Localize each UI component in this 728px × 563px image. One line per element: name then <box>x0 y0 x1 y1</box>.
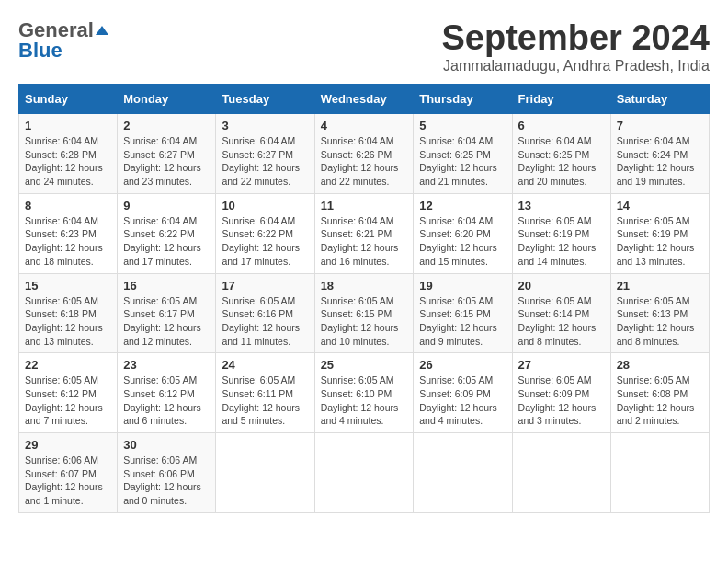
day-info: Sunrise: 6:05 AMSunset: 6:13 PMDaylight:… <box>617 295 695 347</box>
day-number: 19 <box>419 279 506 293</box>
day-number: 20 <box>518 279 605 293</box>
table-row: 11 Sunrise: 6:04 AMSunset: 6:21 PMDaylig… <box>314 193 414 273</box>
day-number: 16 <box>123 279 210 293</box>
table-row: 20 Sunrise: 6:05 AMSunset: 6:14 PMDaylig… <box>512 273 610 353</box>
day-info: Sunrise: 6:04 AMSunset: 6:23 PMDaylight:… <box>25 215 103 267</box>
day-number: 7 <box>617 119 703 132</box>
table-row: 22 Sunrise: 6:05 AMSunset: 6:12 PMDaylig… <box>19 353 118 433</box>
day-info: Sunrise: 6:06 AMSunset: 6:07 PMDaylight:… <box>25 454 103 506</box>
table-row: 10 Sunrise: 6:04 AMSunset: 6:22 PMDaylig… <box>216 193 314 273</box>
day-info: Sunrise: 6:04 AMSunset: 6:27 PMDaylight:… <box>222 135 300 187</box>
table-row: 16 Sunrise: 6:05 AMSunset: 6:17 PMDaylig… <box>118 273 216 353</box>
header-tuesday: Tuesday <box>216 85 314 114</box>
day-number: 8 <box>25 199 111 213</box>
calendar-week-row: 29 Sunrise: 6:06 AMSunset: 6:07 PMDaylig… <box>19 433 710 513</box>
table-row: 26 Sunrise: 6:05 AMSunset: 6:09 PMDaylig… <box>414 353 512 433</box>
day-number: 5 <box>419 119 506 132</box>
day-number: 10 <box>222 199 308 213</box>
day-number: 14 <box>617 199 703 213</box>
day-info: Sunrise: 6:05 AMSunset: 6:12 PMDaylight:… <box>25 374 103 426</box>
empty-cell <box>610 433 709 513</box>
calendar-week-row: 22 Sunrise: 6:05 AMSunset: 6:12 PMDaylig… <box>19 353 710 433</box>
day-number: 15 <box>25 279 111 293</box>
day-info: Sunrise: 6:04 AMSunset: 6:24 PMDaylight:… <box>617 135 695 187</box>
day-number: 24 <box>222 358 308 372</box>
day-number: 25 <box>321 358 408 372</box>
table-row: 3 Sunrise: 6:04 AMSunset: 6:27 PMDayligh… <box>216 114 314 194</box>
table-row: 28 Sunrise: 6:05 AMSunset: 6:08 PMDaylig… <box>610 353 709 433</box>
table-row: 14 Sunrise: 6:05 AMSunset: 6:19 PMDaylig… <box>610 193 709 273</box>
table-row: 29 Sunrise: 6:06 AMSunset: 6:07 PMDaylig… <box>19 433 118 513</box>
day-number: 1 <box>25 119 111 132</box>
day-number: 21 <box>617 279 703 293</box>
calendar-week-row: 1 Sunrise: 6:04 AMSunset: 6:28 PMDayligh… <box>19 114 710 194</box>
day-info: Sunrise: 6:04 AMSunset: 6:21 PMDaylight:… <box>321 215 399 267</box>
month-title: September 2024 <box>442 18 711 58</box>
day-info: Sunrise: 6:04 AMSunset: 6:25 PMDaylight:… <box>419 135 497 187</box>
logo: General Blue <box>18 18 108 63</box>
day-info: Sunrise: 6:05 AMSunset: 6:10 PMDaylight:… <box>321 374 399 426</box>
empty-cell <box>414 433 512 513</box>
day-number: 22 <box>25 358 111 372</box>
day-info: Sunrise: 6:06 AMSunset: 6:06 PMDaylight:… <box>123 454 201 506</box>
table-row: 27 Sunrise: 6:05 AMSunset: 6:09 PMDaylig… <box>512 353 610 433</box>
day-number: 29 <box>25 438 111 452</box>
table-row: 4 Sunrise: 6:04 AMSunset: 6:26 PMDayligh… <box>314 114 414 194</box>
day-info: Sunrise: 6:05 AMSunset: 6:09 PMDaylight:… <box>419 374 497 426</box>
table-row: 18 Sunrise: 6:05 AMSunset: 6:15 PMDaylig… <box>314 273 414 353</box>
day-number: 30 <box>123 438 210 452</box>
day-info: Sunrise: 6:05 AMSunset: 6:14 PMDaylight:… <box>518 295 597 347</box>
day-number: 23 <box>123 358 210 372</box>
day-info: Sunrise: 6:05 AMSunset: 6:16 PMDaylight:… <box>222 295 300 347</box>
day-info: Sunrise: 6:04 AMSunset: 6:28 PMDaylight:… <box>25 135 103 187</box>
table-row: 8 Sunrise: 6:04 AMSunset: 6:23 PMDayligh… <box>19 193 118 273</box>
table-row: 1 Sunrise: 6:04 AMSunset: 6:28 PMDayligh… <box>19 114 118 194</box>
table-row: 24 Sunrise: 6:05 AMSunset: 6:11 PMDaylig… <box>216 353 314 433</box>
location-subtitle: Jammalamadugu, Andhra Pradesh, India <box>442 58 711 75</box>
header-saturday: Saturday <box>610 85 709 114</box>
header-wednesday: Wednesday <box>314 85 414 114</box>
day-number: 12 <box>419 199 506 213</box>
table-row: 6 Sunrise: 6:04 AMSunset: 6:25 PMDayligh… <box>512 114 610 194</box>
day-info: Sunrise: 6:04 AMSunset: 6:20 PMDaylight:… <box>419 215 497 267</box>
svg-marker-0 <box>96 26 108 35</box>
logo-blue: Blue <box>18 39 63 63</box>
day-info: Sunrise: 6:04 AMSunset: 6:22 PMDaylight:… <box>222 215 300 267</box>
header-sunday: Sunday <box>19 85 118 114</box>
table-row: 2 Sunrise: 6:04 AMSunset: 6:27 PMDayligh… <box>118 114 216 194</box>
day-info: Sunrise: 6:05 AMSunset: 6:12 PMDaylight:… <box>123 374 201 426</box>
day-info: Sunrise: 6:04 AMSunset: 6:22 PMDaylight:… <box>123 215 201 267</box>
day-number: 9 <box>123 199 210 213</box>
calendar-table: Sunday Monday Tuesday Wednesday Thursday… <box>18 84 710 513</box>
day-number: 13 <box>518 199 605 213</box>
calendar-week-row: 8 Sunrise: 6:04 AMSunset: 6:23 PMDayligh… <box>19 193 710 273</box>
day-number: 3 <box>222 119 308 132</box>
day-info: Sunrise: 6:05 AMSunset: 6:08 PMDaylight:… <box>617 374 695 426</box>
day-info: Sunrise: 6:05 AMSunset: 6:15 PMDaylight:… <box>321 295 399 347</box>
day-info: Sunrise: 6:05 AMSunset: 6:18 PMDaylight:… <box>25 295 103 347</box>
empty-cell <box>216 433 314 513</box>
day-number: 4 <box>321 119 408 132</box>
header-friday: Friday <box>512 85 610 114</box>
empty-cell <box>314 433 414 513</box>
day-info: Sunrise: 6:05 AMSunset: 6:19 PMDaylight:… <box>518 215 597 267</box>
calendar-header-row: Sunday Monday Tuesday Wednesday Thursday… <box>19 85 710 114</box>
header-monday: Monday <box>118 85 216 114</box>
table-row: 5 Sunrise: 6:04 AMSunset: 6:25 PMDayligh… <box>414 114 512 194</box>
day-info: Sunrise: 6:04 AMSunset: 6:27 PMDaylight:… <box>123 135 201 187</box>
table-row: 23 Sunrise: 6:05 AMSunset: 6:12 PMDaylig… <box>118 353 216 433</box>
table-row: 7 Sunrise: 6:04 AMSunset: 6:24 PMDayligh… <box>610 114 709 194</box>
header-thursday: Thursday <box>414 85 512 114</box>
day-info: Sunrise: 6:04 AMSunset: 6:25 PMDaylight:… <box>518 135 597 187</box>
day-number: 27 <box>518 358 605 372</box>
day-info: Sunrise: 6:05 AMSunset: 6:09 PMDaylight:… <box>518 374 597 426</box>
day-number: 17 <box>222 279 308 293</box>
table-row: 12 Sunrise: 6:04 AMSunset: 6:20 PMDaylig… <box>414 193 512 273</box>
day-number: 26 <box>419 358 506 372</box>
table-row: 21 Sunrise: 6:05 AMSunset: 6:13 PMDaylig… <box>610 273 709 353</box>
day-info: Sunrise: 6:05 AMSunset: 6:15 PMDaylight:… <box>419 295 497 347</box>
day-info: Sunrise: 6:05 AMSunset: 6:17 PMDaylight:… <box>123 295 201 347</box>
page-header: General Blue September 2024 Jammalamadug… <box>18 18 710 75</box>
day-number: 6 <box>518 119 605 132</box>
day-number: 18 <box>321 279 408 293</box>
